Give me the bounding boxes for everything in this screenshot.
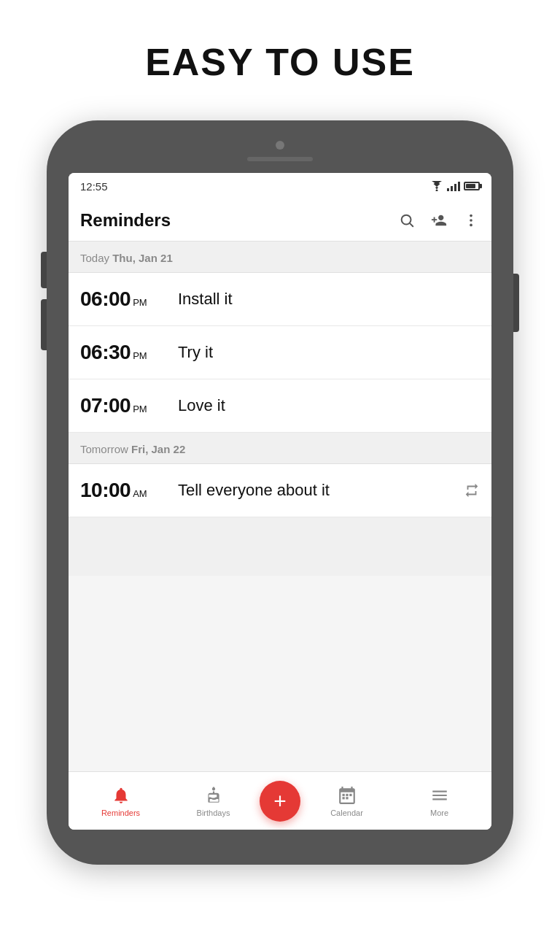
reminder-title: Try it <box>178 343 480 362</box>
svg-rect-9 <box>342 797 344 799</box>
content-area: Today Thu, Jan 21 06:00 PM Install it 06… <box>69 242 491 771</box>
svg-point-4 <box>470 219 472 222</box>
section-tomorrow-label: Tomorrow Fri, Jan 22 <box>80 443 185 455</box>
time-main: 07:00 <box>80 394 131 417</box>
svg-rect-10 <box>346 797 348 799</box>
time-ampm: PM <box>133 297 147 308</box>
more-vert-icon[interactable] <box>462 212 480 229</box>
time-main: 06:00 <box>80 287 131 311</box>
reminder-item[interactable]: 07:00 PM Love it <box>69 379 491 433</box>
status-icons <box>430 181 480 191</box>
volume-up-button <box>41 252 47 288</box>
page-title: EASY TO USE <box>145 40 415 84</box>
app-bar-title: Reminders <box>80 210 171 231</box>
cake-icon <box>203 785 224 806</box>
volume-down-button <box>41 299 47 350</box>
nav-label-calendar: Calendar <box>330 808 363 817</box>
battery-icon <box>464 182 480 190</box>
reminder-time: 07:00 PM <box>80 394 168 417</box>
bell-icon <box>111 785 131 806</box>
plus-icon: + <box>273 790 287 812</box>
camera <box>276 141 284 150</box>
signal-icon <box>447 181 460 191</box>
svg-rect-7 <box>346 793 348 795</box>
section-today-header: Today Thu, Jan 21 <box>69 242 491 273</box>
section-today-label: Today Thu, Jan 21 <box>80 252 173 264</box>
time-ampm: PM <box>133 404 147 414</box>
power-button <box>513 274 519 332</box>
more-icon <box>429 785 450 806</box>
time-ampm: AM <box>133 488 147 499</box>
reminder-time: 06:00 PM <box>80 287 168 311</box>
reminder-title: Install it <box>178 290 480 309</box>
nav-item-calendar[interactable]: Calendar <box>300 785 393 817</box>
nav-item-more[interactable]: More <box>393 785 486 817</box>
app-bar-actions <box>398 212 480 229</box>
svg-rect-6 <box>342 793 344 795</box>
svg-point-0 <box>436 190 438 192</box>
reminder-item[interactable]: 10:00 AM Tell everyone about it <box>69 464 491 517</box>
search-icon[interactable] <box>398 212 416 229</box>
svg-point-3 <box>470 214 472 217</box>
repeat-icon <box>464 482 480 498</box>
section-tomorrow-header: Tomorrow Fri, Jan 22 <box>69 433 491 464</box>
nav-item-reminders[interactable]: Reminders <box>74 785 167 817</box>
nav-item-birthdays[interactable]: Birthdays <box>167 785 260 817</box>
calendar-icon <box>337 785 357 806</box>
speaker <box>247 157 313 161</box>
phone-screen: 12:55 <box>69 173 491 830</box>
time-main: 10:00 <box>80 479 131 502</box>
phone-frame: 12:55 <box>47 120 513 865</box>
add-reminder-button[interactable]: + <box>260 781 300 822</box>
person-add-icon[interactable] <box>430 212 448 229</box>
bottom-nav: Reminders Birthdays + <box>69 771 491 830</box>
app-bar: Reminders <box>69 199 491 242</box>
status-time: 12:55 <box>80 180 108 193</box>
nav-item-fab[interactable]: + <box>260 781 300 822</box>
reminder-item[interactable]: 06:30 PM Try it <box>69 326 491 379</box>
svg-rect-8 <box>349 793 351 795</box>
status-bar: 12:55 <box>69 173 491 199</box>
svg-point-5 <box>470 223 472 226</box>
nav-label-birthdays: Birthdays <box>197 808 230 817</box>
time-main: 06:30 <box>80 341 131 364</box>
wifi-icon <box>430 181 443 191</box>
nav-label-more: More <box>430 808 448 817</box>
svg-line-2 <box>410 223 413 226</box>
reminder-title: Tell everyone about it <box>178 481 454 500</box>
time-ampm: PM <box>133 350 147 361</box>
bottom-spacer <box>69 517 491 576</box>
nav-label-reminders: Reminders <box>101 808 140 817</box>
reminder-time: 06:30 PM <box>80 341 168 364</box>
reminder-item[interactable]: 06:00 PM Install it <box>69 273 491 326</box>
reminder-time: 10:00 AM <box>80 479 168 502</box>
reminder-title: Love it <box>178 396 480 415</box>
